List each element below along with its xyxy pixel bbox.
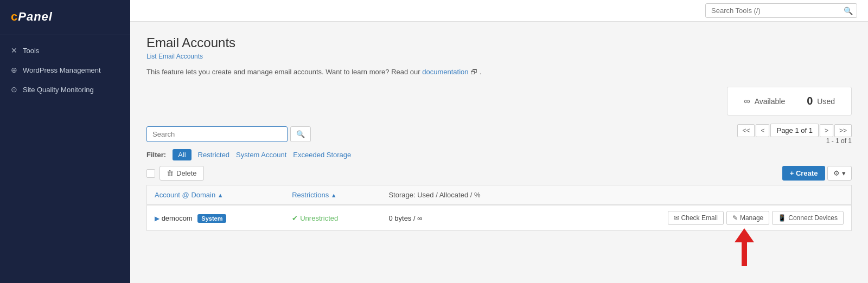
left-actions: 🗑 Delete [146, 166, 204, 181]
description: This feature lets you create and manage … [146, 68, 852, 76]
gear-icon: ⚙ ▾ [833, 169, 846, 177]
col-storage-header: Storage: Used / Allocated / % [381, 185, 550, 205]
content-area: Email Accounts List Email Accounts This … [130, 22, 868, 283]
page-title: Email Accounts [146, 35, 852, 50]
check-email-button[interactable]: ✉ Check Email [668, 211, 724, 225]
connect-icon: 📱 [778, 214, 786, 222]
tools-icon: ✕ [11, 46, 17, 55]
filter-row: Filter: All Restricted System Account Ex… [146, 149, 852, 160]
toolbar-row: 🔍 << < Page 1 of 1 > >> 1 - 1 of 1 [146, 124, 852, 145]
filter-all[interactable]: All [173, 149, 191, 160]
create-button[interactable]: + Create [782, 166, 826, 181]
account-name: democom [162, 214, 193, 222]
description-suffix: . [480, 68, 482, 76]
search-input[interactable] [146, 126, 288, 142]
stats-area: ∞ Available 0 Used [146, 87, 852, 115]
sidebar-item-tools[interactable]: ✕ Tools [0, 41, 130, 60]
restrictions-cell: ✔ Unrestricted [284, 205, 381, 231]
description-text: This feature lets you create and manage … [146, 68, 420, 76]
right-actions: + Create ⚙ ▾ [782, 166, 852, 181]
pagination-first[interactable]: << [737, 124, 755, 137]
pagination-page-label[interactable]: Page 1 of 1 [770, 124, 819, 137]
col-actions-header [550, 185, 851, 205]
sidebar-item-site-quality[interactable]: ⊙ Site Quality Monitoring [0, 80, 130, 99]
check-icon: ✔ [292, 214, 298, 222]
storage-cell: 0 bytes / ∞ [381, 205, 550, 231]
restrictions-value: ✔ Unrestricted [292, 214, 373, 222]
account-cell: ▶ democom System [147, 205, 285, 231]
available-stat: ∞ Available [744, 97, 785, 106]
infinity-icon: ∞ [744, 97, 750, 106]
wordpress-icon: ⊕ [11, 66, 17, 74]
arrow-body [742, 242, 747, 266]
sidebar-nav: ✕ Tools ⊕ WordPress Management ⊙ Site Qu… [0, 35, 130, 105]
sort-restrictions-icon: ▲ [331, 192, 337, 198]
sidebar-item-label: Site Quality Monitoring [23, 86, 94, 94]
action-row: 🗑 Delete + Create ⚙ ▾ [146, 166, 852, 185]
trash-icon: 🗑 [167, 169, 174, 177]
sidebar-item-wordpress[interactable]: ⊕ WordPress Management [0, 60, 130, 80]
gear-button[interactable]: ⚙ ▾ [827, 166, 852, 181]
pagination-next[interactable]: > [820, 124, 833, 137]
filter-label: Filter: [146, 151, 166, 159]
select-all-checkbox[interactable] [146, 169, 155, 178]
delete-label: Delete [176, 169, 197, 177]
table-row: ▶ democom System ✔ Unrestricted 0 bytes … [147, 205, 852, 231]
connect-devices-button[interactable]: 📱 Connect Devices [772, 211, 844, 225]
pagination-count: 1 - 1 of 1 [826, 137, 852, 145]
documentation-link[interactable]: documentation [422, 68, 468, 76]
search-tools-input[interactable] [705, 3, 857, 18]
manage-icon: ✎ [732, 214, 738, 222]
sidebar: cPanel ✕ Tools ⊕ WordPress Management ⊙ … [0, 0, 130, 283]
red-arrow-annotation [735, 228, 754, 266]
pagination-last[interactable]: >> [834, 124, 852, 137]
search-tools-icon: 🔍 [844, 7, 853, 15]
arrow-head [735, 228, 754, 242]
col-restrictions-header[interactable]: Restrictions ▲ [284, 185, 381, 205]
logo: cPanel [0, 0, 130, 35]
used-label: Used [817, 97, 835, 106]
available-label: Available [755, 97, 786, 106]
site-quality-icon: ⊙ [11, 85, 17, 94]
action-cell: ✉ Check Email ✎ Manage 📱 Connect Devices [550, 205, 851, 231]
check-email-icon: ✉ [674, 214, 679, 222]
used-stat: 0 Used [807, 95, 835, 107]
manage-button[interactable]: ✎ Manage [726, 211, 769, 225]
topbar: 🔍 [130, 0, 868, 22]
pagination: << < Page 1 of 1 > >> [737, 124, 852, 137]
sidebar-item-label: WordPress Management [23, 66, 101, 74]
search-button[interactable]: 🔍 [290, 126, 311, 142]
filter-restricted[interactable]: Restricted [198, 151, 230, 159]
col-account-header[interactable]: Account @ Domain ▲ [147, 185, 285, 205]
main-content: 🔍 Email Accounts List Email Accounts Thi… [130, 0, 868, 283]
breadcrumb[interactable]: List Email Accounts [146, 53, 852, 60]
delete-button[interactable]: 🗑 Delete [159, 166, 204, 181]
expand-icon[interactable]: ▶ [155, 215, 159, 222]
pagination-prev[interactable]: < [756, 124, 769, 137]
system-badge: System [197, 214, 226, 223]
table-container: Account @ Domain ▲ Restrictions ▲ Storag… [146, 185, 852, 231]
used-count: 0 [807, 95, 813, 107]
search-tools-wrap: 🔍 [705, 3, 857, 18]
filter-system-account[interactable]: System Account [236, 151, 286, 159]
sidebar-item-label: Tools [23, 47, 39, 55]
filter-exceeded-storage[interactable]: Exceeded Storage [293, 151, 351, 159]
row-actions: ✉ Check Email ✎ Manage 📱 Connect Devices [557, 211, 844, 225]
stats-box: ∞ Available 0 Used [727, 87, 852, 115]
sort-account-icon: ▲ [218, 192, 224, 198]
email-accounts-table: Account @ Domain ▲ Restrictions ▲ Storag… [146, 185, 852, 231]
search-bar: 🔍 [146, 126, 311, 142]
